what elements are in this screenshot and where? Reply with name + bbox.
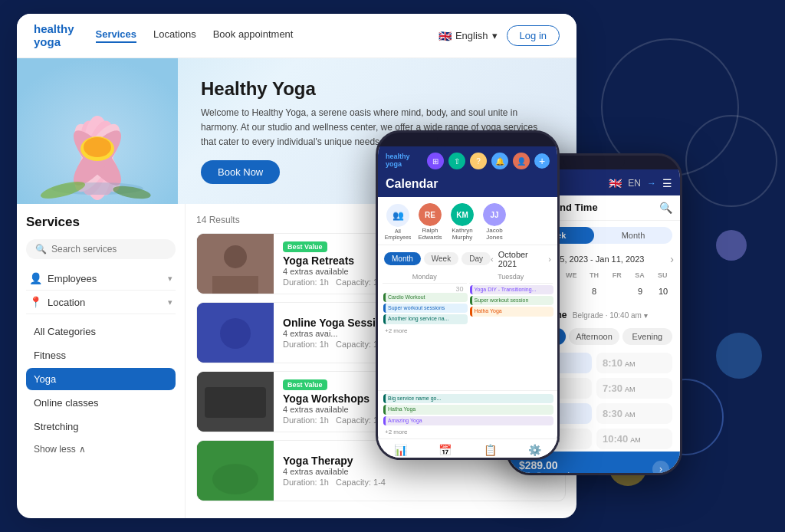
date-10[interactable]: 10 bbox=[652, 282, 674, 300]
left-phone-icons: ⊞ ⇧ ? 🔔 👤 + bbox=[427, 153, 550, 169]
monday-column: Monday 30 Cardio Workout Super workout s… bbox=[383, 273, 467, 390]
super-workout-tuesday[interactable]: Super workout session bbox=[470, 296, 554, 305]
employee-jacob[interactable]: JJ JacobJones bbox=[481, 203, 508, 241]
flag-icon: 🇬🇧 bbox=[438, 30, 452, 42]
time-slot-1040am[interactable]: 10:40 AM bbox=[596, 429, 672, 449]
month-view-btn[interactable]: Month bbox=[384, 252, 421, 265]
time-slot-830am[interactable]: 8:30 AM bbox=[596, 403, 672, 424]
day-view-btn[interactable]: Day bbox=[461, 252, 491, 265]
prev-month-arrow[interactable]: ‹ bbox=[491, 255, 494, 264]
category-stretching[interactable]: Stretching bbox=[26, 415, 176, 438]
nav-services[interactable]: Services bbox=[96, 28, 137, 43]
book-now-button[interactable]: Book Now bbox=[201, 160, 280, 184]
nav-locations[interactable]: Locations bbox=[153, 28, 196, 43]
all-employees-btn[interactable]: 👥 AllEmployees bbox=[384, 204, 412, 240]
ampm-810: AM bbox=[625, 360, 636, 368]
grid-icon[interactable]: ⊞ bbox=[427, 153, 444, 169]
week-view-btn[interactable]: Week bbox=[424, 252, 458, 265]
long-service-event[interactable]: Another long service na... bbox=[383, 314, 468, 323]
employees-filter[interactable]: 👤 Employees ▾ bbox=[26, 267, 176, 291]
next-week-arrow[interactable]: › bbox=[670, 253, 674, 265]
login-icon[interactable]: → bbox=[647, 178, 656, 189]
best-value-badge: Best Value bbox=[283, 241, 327, 252]
category-all[interactable]: All Categories bbox=[26, 320, 176, 343]
big-service-event[interactable]: Big service name go... bbox=[383, 394, 553, 403]
employee-ralph[interactable]: RE RalphEdwards bbox=[416, 203, 444, 241]
month-label: October 2021 bbox=[498, 250, 544, 268]
navbar: healthy yoga Services Locations Book app… bbox=[17, 14, 576, 58]
chevron-down-icon-tz[interactable]: ▾ bbox=[644, 312, 648, 320]
category-online[interactable]: Online classes bbox=[26, 392, 176, 414]
category-list: All Categories Fitness Yoga Online class… bbox=[26, 320, 176, 438]
hatha-yoga-2[interactable]: Hatha Yoga bbox=[383, 405, 553, 414]
search-box[interactable]: 🔍 bbox=[26, 239, 176, 259]
language-selector[interactable]: 🇬🇧 English ▾ bbox=[438, 30, 498, 42]
tuesday-header: Tuesday bbox=[469, 273, 553, 281]
afternoon-btn[interactable]: Afternoon bbox=[569, 328, 619, 345]
next-month-arrow[interactable]: › bbox=[548, 255, 551, 264]
yoga-diy-event[interactable]: Yoga DIY - Transitioning... bbox=[470, 285, 554, 294]
hatha-yoga-event[interactable]: Hatha Yoga bbox=[470, 307, 554, 316]
calendar-controls: Month Week Day ‹ October 2021 › bbox=[378, 245, 557, 273]
slot-left: Big service name go... Hatha Yoga Amazin… bbox=[383, 394, 553, 437]
left-phone-logo: healthy yoga bbox=[386, 153, 410, 169]
category-fitness[interactable]: Fitness bbox=[26, 344, 176, 366]
ampm-1040: AM bbox=[630, 436, 641, 444]
help-icon[interactable]: ? bbox=[470, 153, 487, 169]
category-yoga[interactable]: Yoga bbox=[26, 368, 176, 390]
employee-jacob-avatar: JJ bbox=[483, 203, 506, 226]
location-icon: 📍 bbox=[29, 296, 42, 308]
day-th: TH bbox=[583, 271, 606, 279]
logo[interactable]: healthy yoga bbox=[34, 23, 74, 48]
location-filter[interactable]: 📍 Location ▾ bbox=[26, 291, 176, 314]
month-toggle-btn[interactable]: Month bbox=[594, 227, 672, 244]
chevron-down-icon: ▾ bbox=[168, 297, 172, 307]
add-button[interactable]: + bbox=[534, 153, 550, 169]
price-value: $289.00 bbox=[519, 459, 580, 471]
location-filter-left: 📍 Location bbox=[29, 296, 85, 308]
employee-kathryn[interactable]: KM KathrynMurphy bbox=[448, 203, 476, 241]
amazing-yoga-event[interactable]: Amazing Yoga bbox=[383, 416, 553, 425]
super-workout-event[interactable]: Super workout sessions bbox=[383, 304, 468, 313]
evening-btn[interactable]: Evening bbox=[622, 328, 672, 345]
show-less-button[interactable]: Show less ∧ bbox=[26, 439, 176, 459]
date-empty2 bbox=[606, 282, 628, 300]
calendar-columns: Monday 30 Cardio Workout Super workout s… bbox=[378, 273, 557, 390]
employee-bar: 👥 AllEmployees RE RalphEdwards KM Kathry… bbox=[378, 197, 557, 245]
service-thumb-2 bbox=[197, 303, 274, 363]
nav-calendar[interactable]: 📅 Calendar bbox=[423, 444, 468, 460]
nav-book[interactable]: Book appointment bbox=[213, 28, 294, 43]
language-label: English bbox=[455, 30, 488, 41]
appointments-label: Appointments bbox=[474, 458, 507, 460]
time-slot-730am[interactable]: 7:30 AM bbox=[596, 378, 672, 399]
bell-icon[interactable]: 🔔 bbox=[491, 153, 508, 169]
chevron-down-icon: ▾ bbox=[492, 30, 498, 41]
user-avatar-icon[interactable]: 👤 bbox=[513, 153, 530, 169]
date-8[interactable]: 8 bbox=[583, 282, 605, 300]
nav-appointments[interactable]: 📋 Appointments bbox=[468, 444, 513, 460]
service-thumb-1 bbox=[197, 234, 274, 294]
service-thumb-4 bbox=[197, 441, 274, 501]
flag-icon-right: 🇬🇧 bbox=[609, 177, 622, 189]
tuesday-column: Tuesday Yoga DIY - Transitioning... Supe… bbox=[469, 273, 553, 390]
login-button[interactable]: Log in bbox=[507, 25, 560, 46]
more-events-2[interactable]: +2 more bbox=[383, 427, 553, 437]
all-employees-icon: 👥 bbox=[386, 204, 409, 227]
next-step-button[interactable]: › bbox=[652, 461, 669, 475]
services-icon: ⚙️ bbox=[528, 444, 541, 456]
share-icon[interactable]: ⇧ bbox=[448, 153, 465, 169]
monday-header: Monday bbox=[383, 273, 467, 281]
time-slot-810am[interactable]: 8:10 AM bbox=[596, 353, 672, 373]
service-meta-4: Duration: 1h Capacity: 1-4 bbox=[283, 478, 559, 487]
hamburger-icon[interactable]: ☰ bbox=[662, 177, 672, 189]
cardio-event[interactable]: Cardio Workout bbox=[383, 293, 468, 302]
time-value-1040: 10:40 bbox=[603, 433, 628, 445]
en-label: EN bbox=[628, 178, 641, 189]
more-events-monday[interactable]: +2 more bbox=[383, 326, 467, 336]
date-9[interactable]: 9 bbox=[629, 282, 651, 300]
left-phone-screen: healthy yoga ⊞ ⇧ ? 🔔 👤 + Calendar 👥 AllE bbox=[378, 146, 557, 460]
calendar-icon: 📅 bbox=[438, 444, 452, 456]
logo-line2: yoga bbox=[34, 36, 74, 49]
search-icon-right[interactable]: 🔍 bbox=[659, 202, 672, 214]
search-input[interactable] bbox=[51, 244, 166, 255]
